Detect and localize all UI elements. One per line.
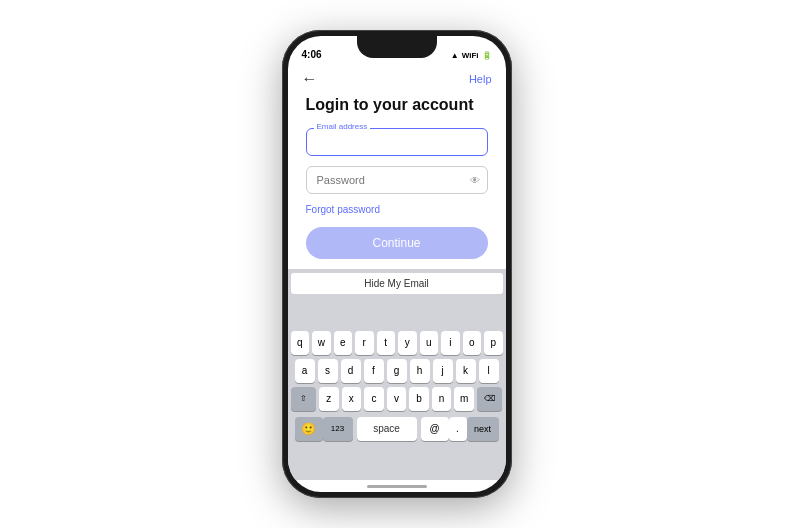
key-s[interactable]: s [318,359,338,383]
login-title: Login to your account [306,96,488,114]
next-key[interactable]: next [467,417,499,441]
home-indicator [288,480,506,492]
forgot-password-link[interactable]: Forgot password [306,204,488,215]
phone-outer: 4:06 ▲ WiFi 🔋 ← Help Login to your accou… [282,30,512,498]
key-g[interactable]: g [387,359,407,383]
keyboard-area: Hide My Email q w e r t y u i o p [288,269,506,480]
key-o[interactable]: o [463,331,482,355]
key-u[interactable]: u [420,331,439,355]
key-row-3: ⇧ z x c v b n m ⌫ [291,387,503,411]
email-input-group: Email address [306,128,488,156]
key-x[interactable]: x [342,387,362,411]
key-r[interactable]: r [355,331,374,355]
help-link[interactable]: Help [469,73,492,85]
at-key[interactable]: @ [421,417,449,441]
phone-inner: 4:06 ▲ WiFi 🔋 ← Help Login to your accou… [288,36,506,492]
notch [357,36,437,58]
email-label: Email address [314,122,371,131]
key-t[interactable]: t [377,331,396,355]
key-q[interactable]: q [291,331,310,355]
key-row-2: a s d f g h j k l [291,359,503,383]
key-d[interactable]: d [341,359,361,383]
signal-icon: ▲ [451,51,459,60]
email-input[interactable] [306,128,488,156]
period-key[interactable]: . [449,417,467,441]
key-j[interactable]: j [433,359,453,383]
key-k[interactable]: k [456,359,476,383]
status-icons: ▲ WiFi 🔋 [451,51,492,60]
back-button[interactable]: ← [302,70,318,88]
key-row-1: q w e r t y u i o p [291,331,503,355]
eye-icon[interactable]: 👁 [470,175,480,186]
nav-bar: ← Help [288,64,506,92]
continue-button[interactable]: Continue [306,227,488,259]
key-y[interactable]: y [398,331,417,355]
numbers-key[interactable]: 123 [323,417,353,441]
password-input[interactable] [306,166,488,194]
wifi-icon: WiFi [462,51,479,60]
key-c[interactable]: c [364,387,384,411]
password-input-group: 👁 [306,166,488,194]
app-content: ← Help Login to your account Email addre… [288,64,506,492]
login-section: Login to your account Email address 👁 Fo… [288,92,506,269]
key-w[interactable]: w [312,331,331,355]
key-z[interactable]: z [319,387,339,411]
emoji-key[interactable]: 🙂 [295,417,323,441]
keyboard-suggestion[interactable]: Hide My Email [291,273,503,294]
space-key[interactable]: space [357,417,417,441]
shift-key[interactable]: ⇧ [291,387,316,411]
key-h[interactable]: h [410,359,430,383]
key-e[interactable]: e [334,331,353,355]
key-row-bottom: 🙂 123 space @ . next [291,415,503,441]
key-b[interactable]: b [409,387,429,411]
battery-icon: 🔋 [482,51,492,60]
status-time: 4:06 [302,49,322,60]
key-v[interactable]: v [387,387,407,411]
key-i[interactable]: i [441,331,460,355]
home-bar [367,485,427,488]
keyboard-rows: q w e r t y u i o p a s [291,297,503,474]
key-n[interactable]: n [432,387,452,411]
key-f[interactable]: f [364,359,384,383]
key-p[interactable]: p [484,331,503,355]
delete-key[interactable]: ⌫ [477,387,502,411]
key-l[interactable]: l [479,359,499,383]
key-a[interactable]: a [295,359,315,383]
key-m[interactable]: m [454,387,474,411]
